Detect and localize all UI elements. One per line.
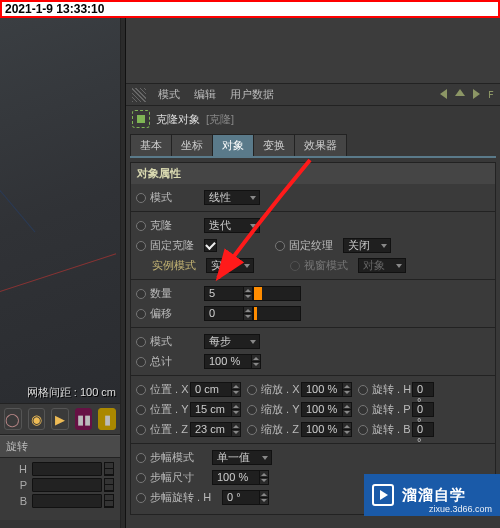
rotp-input[interactable]: 0 ° bbox=[412, 402, 434, 417]
clone-dropdown[interactable]: 迭代 bbox=[204, 218, 260, 233]
label-scalex: 缩放 . X bbox=[261, 382, 301, 397]
scaley-input[interactable]: 100 % bbox=[301, 402, 343, 417]
coord-row-b: B bbox=[6, 494, 114, 508]
nav-next-icon[interactable] bbox=[473, 89, 480, 99]
count-selection-bar[interactable] bbox=[253, 286, 301, 301]
row-fixedclone: 固定克隆 固定纹理 关闭 bbox=[134, 236, 492, 255]
anim-dot-icon[interactable] bbox=[247, 385, 257, 395]
anim-dot-icon[interactable] bbox=[136, 357, 146, 367]
row-pos-z: 位置 . Z 23 cm 缩放 . Z 100 % 旋转 . B 0 ° bbox=[134, 420, 492, 439]
record-icon[interactable]: ◉ bbox=[28, 408, 46, 430]
anim-dot-icon[interactable] bbox=[136, 493, 146, 503]
anim-dot-icon[interactable] bbox=[136, 221, 146, 231]
left-bottom-area: ◯ ◉ ▶ ▮▮ ▮ 旋转 H P B bbox=[0, 403, 120, 520]
coord-input[interactable] bbox=[32, 478, 102, 492]
scalex-input[interactable]: 100 % bbox=[301, 382, 343, 397]
anim-dot-icon[interactable] bbox=[275, 241, 285, 251]
spinner[interactable] bbox=[260, 470, 269, 485]
anim-dot-icon[interactable] bbox=[136, 405, 146, 415]
anim-dot-icon[interactable] bbox=[136, 385, 146, 395]
row-stepmode: 步幅模式 单一值 bbox=[134, 448, 492, 467]
spinner[interactable] bbox=[244, 306, 253, 321]
keyframe-icon[interactable]: ◯ bbox=[4, 408, 22, 430]
rotb-input[interactable]: 0 ° bbox=[412, 422, 434, 437]
axis-line bbox=[0, 253, 116, 303]
tab-coord[interactable]: 坐标 bbox=[171, 134, 213, 156]
anim-dot-icon[interactable] bbox=[136, 473, 146, 483]
permode-dropdown[interactable]: 每步 bbox=[204, 334, 260, 349]
tab-object[interactable]: 对象 bbox=[212, 134, 254, 156]
anim-dot-icon[interactable] bbox=[358, 405, 368, 415]
section-body: 模式 线性 克隆 迭代 固定克隆 固定纹理 关闭 实例模式 实例 视窗模式 对象 bbox=[130, 184, 496, 515]
spinner[interactable] bbox=[260, 490, 269, 505]
menu-edit[interactable]: 编辑 bbox=[188, 85, 222, 104]
clip-icon[interactable]: ▮▮ bbox=[75, 408, 93, 430]
nav-up-icon[interactable] bbox=[455, 89, 465, 96]
spinner[interactable] bbox=[104, 462, 114, 476]
spinner[interactable] bbox=[104, 478, 114, 492]
tab-effector[interactable]: 效果器 bbox=[294, 134, 347, 156]
coord-input[interactable] bbox=[32, 494, 102, 508]
anim-dot-icon[interactable] bbox=[136, 193, 146, 203]
anim-dot-icon[interactable] bbox=[290, 261, 300, 271]
anim-dot-icon[interactable] bbox=[136, 453, 146, 463]
menu-mode[interactable]: 模式 bbox=[152, 85, 186, 104]
anim-dot-icon[interactable] bbox=[358, 425, 368, 435]
label-clone: 克隆 bbox=[150, 218, 204, 233]
anim-dot-icon[interactable] bbox=[358, 385, 368, 395]
offset-input[interactable]: 0 bbox=[204, 306, 244, 321]
anim-dot-icon[interactable] bbox=[136, 337, 146, 347]
scalez-input[interactable]: 100 % bbox=[301, 422, 343, 437]
anim-dot-icon[interactable] bbox=[136, 425, 146, 435]
total-input[interactable]: 100 % bbox=[204, 354, 252, 369]
count-input[interactable]: 5 bbox=[204, 286, 244, 301]
attr-menubar: 模式 编辑 用户数据 Ϝ bbox=[126, 84, 500, 106]
posy-input[interactable]: 15 cm bbox=[190, 402, 232, 417]
anim-dot-icon[interactable] bbox=[136, 309, 146, 319]
nav-prev-icon[interactable] bbox=[440, 89, 447, 99]
spinner[interactable] bbox=[244, 286, 253, 301]
offset-selection-bar[interactable] bbox=[253, 306, 301, 321]
instmode-dropdown[interactable]: 实例 bbox=[206, 258, 254, 273]
spinner[interactable] bbox=[343, 382, 352, 397]
spinner[interactable] bbox=[232, 422, 241, 437]
clip-icon[interactable]: ▮ bbox=[98, 408, 116, 430]
anim-dot-icon[interactable] bbox=[247, 425, 257, 435]
posx-input[interactable]: 0 cm bbox=[190, 382, 232, 397]
stepmode-dropdown[interactable]: 单一值 bbox=[212, 450, 272, 465]
viewmode-dropdown[interactable]: 对象 bbox=[358, 258, 406, 273]
autokey-icon[interactable]: ▶ bbox=[51, 408, 69, 430]
spinner[interactable] bbox=[343, 422, 352, 437]
fixedtex-dropdown[interactable]: 关闭 bbox=[343, 238, 391, 253]
anim-dot-icon[interactable] bbox=[136, 241, 146, 251]
label-instmode: 实例模式 bbox=[152, 258, 206, 273]
label-viewmode: 视窗模式 bbox=[304, 258, 358, 273]
3d-viewport[interactable]: 网格间距 : 100 cm bbox=[0, 18, 120, 403]
spinner[interactable] bbox=[252, 354, 261, 369]
row-offset: 偏移 0 bbox=[134, 304, 492, 323]
spinner[interactable] bbox=[232, 402, 241, 417]
rotate-header[interactable]: 旋转 bbox=[0, 436, 120, 458]
posz-input[interactable]: 23 cm bbox=[190, 422, 232, 437]
roth-input[interactable]: 0 ° bbox=[412, 382, 434, 397]
anim-dot-icon[interactable] bbox=[136, 289, 146, 299]
steprot-input[interactable]: 0 ° bbox=[222, 490, 260, 505]
mode-dropdown[interactable]: 线性 bbox=[204, 190, 260, 205]
spinner[interactable] bbox=[104, 494, 114, 508]
spinner[interactable] bbox=[343, 402, 352, 417]
function-icon[interactable]: Ϝ bbox=[488, 89, 494, 100]
label-mode: 模式 bbox=[150, 190, 204, 205]
fixedclone-checkbox[interactable] bbox=[204, 239, 217, 252]
tab-basic[interactable]: 基本 bbox=[130, 134, 172, 156]
tab-transform[interactable]: 变换 bbox=[253, 134, 295, 156]
label-permode: 模式 bbox=[150, 334, 204, 349]
spinner[interactable] bbox=[232, 382, 241, 397]
grip-icon[interactable] bbox=[132, 88, 146, 102]
row-instmode: 实例模式 实例 视窗模式 对象 bbox=[134, 256, 492, 275]
coord-input[interactable] bbox=[32, 462, 102, 476]
menu-userdata[interactable]: 用户数据 bbox=[224, 85, 280, 104]
stepsize-input[interactable]: 100 % bbox=[212, 470, 260, 485]
coord-row-h: H bbox=[6, 462, 114, 476]
anim-dot-icon[interactable] bbox=[247, 405, 257, 415]
row-total: 总计 100 % bbox=[134, 352, 492, 371]
